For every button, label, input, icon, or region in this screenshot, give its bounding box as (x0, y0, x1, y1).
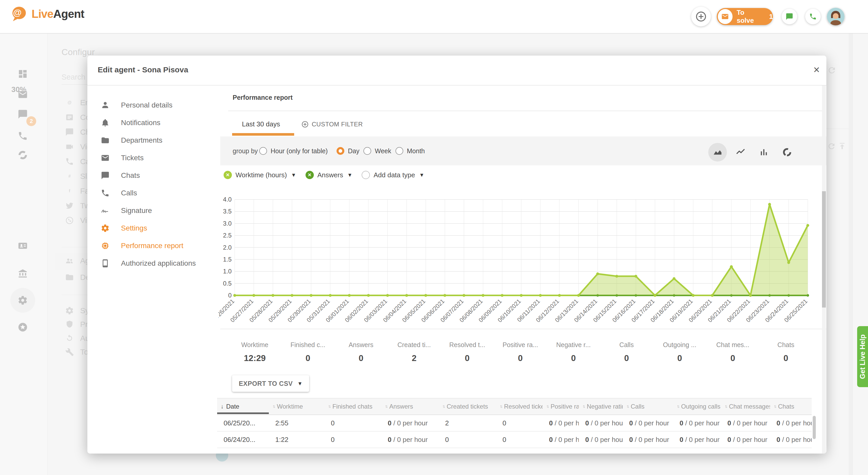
modal-scrollbar-thumb[interactable] (822, 191, 826, 308)
radio-label: Week (375, 147, 391, 155)
column-header-created-tickets[interactable]: ↑↓Created tickets (439, 399, 496, 414)
chart-area-button[interactable] (708, 143, 727, 161)
radio-day[interactable]: Day (337, 136, 359, 165)
get-live-help-tab[interactable]: Get Live Help (857, 326, 868, 387)
radio-button-icon[interactable] (364, 147, 371, 155)
sort-icon[interactable]: ↑↓ (582, 404, 584, 409)
empty-circle-icon (362, 171, 370, 179)
radio-hour-only-for-table[interactable]: Hour (only for table) (259, 136, 328, 165)
nav-item-settings[interactable]: Settings (95, 220, 224, 236)
table-cell: 0 (496, 415, 542, 431)
sort-icon[interactable]: ↑↓ (677, 404, 679, 409)
add-data-type-chip[interactable]: Add data type▼ (362, 171, 424, 179)
chevron-down-icon[interactable]: ▼ (347, 172, 352, 178)
chart-area-icon (712, 147, 723, 157)
table-row[interactable]: 06/24/20...1:2200 / 0 per hour000 / 0 pe… (217, 432, 812, 448)
table-scrollbar[interactable] (813, 416, 816, 439)
column-header-calls[interactable]: ↑↓Calls (623, 399, 673, 414)
sort-icon[interactable]: ↑↓ (273, 404, 274, 409)
phone-icon (809, 13, 817, 21)
chart-donut-button[interactable] (778, 143, 797, 161)
radio-button-icon[interactable] (259, 147, 267, 155)
stats-divider (220, 329, 826, 329)
radio-week[interactable]: Week (364, 136, 391, 165)
to-solve-mail-circle (718, 9, 733, 24)
sort-icon[interactable]: ↑↓ (328, 404, 330, 409)
sort-icon[interactable]: ↑↓ (546, 404, 548, 409)
user-avatar[interactable] (827, 8, 844, 25)
column-header-answers[interactable]: ↑↓Answers (381, 399, 439, 414)
radio-button-icon[interactable] (396, 147, 403, 155)
sort-icon[interactable]: ↑↓ (500, 404, 501, 409)
sort-icon[interactable]: ↓ (221, 403, 224, 410)
report-table: ↓Date↑↓Worktime↑↓Finished chats↑↓Answers… (217, 398, 812, 453)
nav-item-label: Tickets (121, 154, 144, 162)
column-header-chat-messages[interactable]: ↑↓Chat messages (721, 399, 770, 414)
add-new-button[interactable] (691, 7, 711, 26)
table-cell: 3:48 (269, 448, 324, 453)
nav-item-calls[interactable]: Calls (95, 185, 224, 201)
nav-item-tickets[interactable]: Tickets (95, 150, 224, 166)
column-header-outgoing-calls[interactable]: ↑↓Outgoing calls (673, 399, 721, 414)
stat-value: 0 (624, 353, 629, 363)
screen: 30% 2 Configur Search ... @EmCoChVidCa#S… (0, 0, 868, 475)
column-header-finished-chats[interactable]: ↑↓Finished chats (324, 399, 381, 414)
chevron-down-icon[interactable]: ▼ (291, 172, 296, 178)
table-cell: 0 / 0 per hour (673, 432, 721, 448)
export-to-csv-button[interactable]: EXPORT TO CSV ▼ (232, 375, 309, 392)
nav-item-label: Settings (121, 224, 147, 232)
sorted-column-underline (217, 412, 269, 414)
table-cell: 0 (439, 432, 496, 448)
close-icon[interactable]: × (810, 63, 823, 76)
table-cell: 0 / 0 per hour (770, 448, 812, 453)
column-header-resolved-tickets[interactable]: ↑↓Resolved tickets (496, 399, 542, 414)
table-row[interactable]: 06/25/20...2:5500 / 0 per hour200 / 0 pe… (217, 415, 812, 432)
table-row[interactable]: 06/23/20...3:4800 / 0 per hour000 / 0 pe… (217, 448, 812, 453)
chart-line-button[interactable] (731, 143, 750, 161)
to-solve-count: 1 (769, 13, 773, 21)
sort-icon[interactable]: ↑↓ (724, 404, 726, 409)
chart-bar-button[interactable] (754, 143, 773, 161)
remove-series-icon[interactable]: ✕ (306, 171, 314, 179)
to-solve-button[interactable]: To solve 1 (717, 8, 773, 25)
signature-icon (101, 206, 110, 215)
nav-item-label: Departments (121, 136, 162, 145)
liveagent-logo[interactable]: @ LiveAgent (9, 5, 84, 23)
nav-item-chats[interactable]: Chats (95, 168, 224, 183)
chevron-down-icon[interactable]: ▼ (419, 172, 425, 178)
column-header-worktime[interactable]: ↑↓Worktime (269, 399, 324, 414)
table-cell: 0 / 0 per hour (673, 415, 721, 431)
nav-item-personal-details[interactable]: Personal details (95, 97, 224, 113)
sort-icon[interactable]: ↑↓ (442, 404, 444, 409)
series-chip-worktime-hours[interactable]: ✕Worktime (hours)▼ (224, 171, 296, 179)
tab-last-30-days[interactable]: Last 30 days (242, 120, 280, 128)
calls-button[interactable] (805, 9, 821, 24)
sort-icon[interactable]: ↑↓ (774, 404, 775, 409)
sort-icon[interactable]: ↑↓ (626, 404, 628, 409)
column-header-date[interactable]: ↓Date (217, 399, 269, 414)
stat-label: Worktime (241, 341, 268, 349)
svg-text:1.5: 1.5 (223, 256, 231, 263)
chevron-down-icon: ▼ (298, 381, 303, 387)
logo-bubble-icon: @ (9, 5, 28, 23)
stat-created-ti: Created ti...2 (388, 334, 440, 371)
column-header-positive-rating[interactable]: ↑↓Positive rating (542, 399, 579, 414)
to-solve-label: To solve (737, 8, 763, 25)
tab-custom-filter[interactable]: CUSTOM FILTER (301, 121, 363, 128)
stat-value: 2 (412, 353, 416, 363)
series-chip-answers[interactable]: ✕Answers▼ (306, 171, 352, 179)
nav-item-notifications[interactable]: Notifications (95, 115, 224, 130)
nav-item-departments[interactable]: Departments (95, 133, 224, 148)
chats-button[interactable] (782, 9, 797, 24)
nav-item-signature[interactable]: Signature (95, 203, 224, 218)
stat-value: 0 (783, 353, 788, 363)
svg-text:0.5: 0.5 (223, 280, 231, 287)
radio-month[interactable]: Month (396, 136, 425, 165)
remove-series-icon[interactable]: ✕ (224, 171, 232, 179)
radio-button-icon[interactable] (337, 147, 344, 155)
sort-icon[interactable]: ↑↓ (385, 404, 387, 409)
nav-item-performance-report[interactable]: Performance report (95, 238, 224, 254)
column-header-chats[interactable]: ↑↓Chats (770, 399, 812, 414)
nav-item-authorized-applications[interactable]: Authorized applications (95, 256, 224, 271)
column-header-negative-rating[interactable]: ↑↓Negative rating (579, 399, 623, 414)
